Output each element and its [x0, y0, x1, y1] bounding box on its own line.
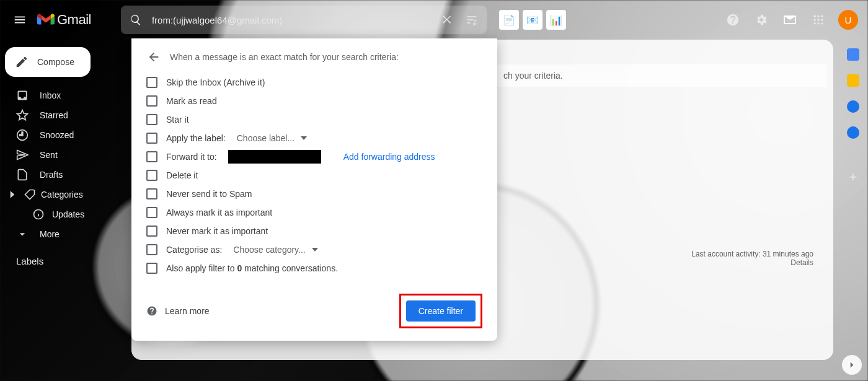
details-link[interactable]: Details [691, 258, 813, 267]
option-never-important[interactable]: Never mark it as important [146, 222, 482, 240]
sidebar-item-label: Starred [40, 110, 68, 120]
option-label: Never mark it as important [166, 226, 268, 236]
compose-label: Compose [37, 57, 74, 67]
checkbox[interactable] [146, 188, 157, 199]
chevron-right-icon [846, 359, 857, 370]
compose-button[interactable]: Compose [5, 47, 91, 77]
criteria-text-tail: ch your criteria. [503, 71, 563, 81]
option-label: Forward it to: [166, 152, 217, 162]
sidebar-item-label: Sent [40, 150, 58, 160]
header-right: U [720, 7, 858, 32]
option-always-important[interactable]: Always mark it as important [146, 203, 482, 222]
sidebar-item-categories[interactable]: Categories [0, 185, 151, 204]
option-skip-inbox[interactable]: Skip the Inbox (Archive it) [146, 73, 482, 92]
activity-text: Last account activity: 31 minutes ago [691, 250, 813, 258]
search-button[interactable] [125, 9, 147, 31]
contacts-addon-icon[interactable] [847, 126, 859, 139]
option-forward-to[interactable]: Forward it to: Add forwarding address [146, 147, 482, 166]
hide-side-panel-button[interactable] [842, 355, 862, 375]
pencil-icon [15, 55, 29, 69]
checkbox[interactable] [146, 244, 157, 255]
search-bar[interactable]: from:(ujjwalgoel64@gmail.com) [121, 6, 487, 34]
label-select[interactable]: Choose label... [237, 133, 307, 143]
sidebar-item-snoozed[interactable]: Snoozed [0, 125, 151, 145]
create-filter-button[interactable]: Create filter [406, 300, 476, 322]
forward-address-redacted [228, 150, 321, 164]
option-also-apply[interactable]: Also apply filter to 0 matching conversa… [146, 259, 482, 278]
option-apply-label[interactable]: Apply the label: Choose label... [146, 129, 482, 147]
add-forwarding-link[interactable]: Add forwarding address [343, 152, 435, 162]
option-mark-read[interactable]: Mark as read [146, 92, 482, 110]
mail-icon [782, 12, 797, 27]
sidebar-item-more[interactable]: More [0, 224, 151, 244]
sidebar-item-inbox[interactable]: Inbox [0, 85, 151, 105]
info-icon [32, 208, 45, 221]
dialog-title: When a message is an exact match for you… [170, 52, 399, 62]
search-options-button[interactable] [461, 9, 483, 31]
extension-1[interactable]: 📄 [499, 10, 519, 30]
checkbox[interactable] [146, 170, 157, 181]
app-header: Gmail from:(ujjwalgoel64@gmail.com) 📄 📧 … [0, 0, 868, 40]
svg-point-7 [817, 22, 819, 24]
gear-icon [755, 13, 768, 27]
sidebar-item-label: Drafts [40, 170, 63, 180]
close-icon [441, 14, 453, 26]
clear-search-button[interactable] [436, 9, 458, 31]
checkbox[interactable] [146, 151, 157, 162]
extension-2[interactable]: 📧 [523, 10, 542, 30]
main-menu-button[interactable] [7, 7, 32, 32]
apps-button[interactable] [806, 7, 831, 32]
sidebar-item-starred[interactable]: Starred [0, 105, 151, 125]
mail-status-button[interactable] [777, 7, 802, 32]
learn-more-label: Learn more [165, 306, 210, 316]
checkbox[interactable] [146, 207, 157, 218]
sidebar-item-label: Inbox [40, 90, 61, 100]
checkbox[interactable] [146, 77, 157, 88]
support-button[interactable] [720, 7, 745, 32]
checkbox[interactable] [146, 226, 157, 237]
gmail-m-icon [37, 13, 55, 27]
apps-grid-icon [812, 14, 825, 26]
settings-button[interactable] [749, 7, 774, 32]
help-icon [146, 305, 157, 317]
create-filter-dialog: When a message is an exact match for you… [131, 38, 497, 341]
back-button[interactable] [146, 50, 161, 64]
checkbox[interactable] [146, 263, 157, 274]
svg-point-3 [814, 19, 816, 20]
inbox-icon [16, 89, 29, 102]
search-query[interactable]: from:(ujjwalgoel64@gmail.com) [149, 15, 433, 25]
keep-addon-icon[interactable] [847, 74, 859, 87]
option-label: Also apply filter to 0 matching conversa… [166, 263, 338, 273]
side-panel: + [838, 40, 868, 381]
sidebar-item-label: Updates [52, 209, 84, 219]
search-icon [130, 14, 142, 26]
option-label: Apply the label: [166, 133, 226, 143]
sidebar-item-updates[interactable]: Updates [0, 204, 151, 224]
tag-icon [24, 188, 36, 201]
clock-icon [16, 129, 29, 141]
account-avatar[interactable]: U [838, 10, 858, 30]
sidebar-item-drafts[interactable]: Drafts [0, 165, 151, 185]
product-name: Gmail [57, 12, 91, 28]
file-icon [16, 169, 29, 181]
option-star-it[interactable]: Star it [146, 110, 482, 129]
caret-down-icon [312, 247, 318, 253]
get-addons-button[interactable]: + [841, 165, 866, 190]
tune-icon [466, 14, 478, 26]
option-never-spam[interactable]: Never send it to Spam [146, 185, 482, 203]
tasks-addon-icon[interactable] [847, 100, 859, 113]
extension-3[interactable]: 📊 [546, 10, 566, 30]
sidebar-item-sent[interactable]: Sent [0, 145, 151, 165]
option-delete-it[interactable]: Delete it [146, 166, 482, 185]
learn-more-link[interactable]: Learn more [146, 305, 210, 317]
option-label: Never send it to Spam [166, 189, 252, 199]
calendar-addon-icon[interactable] [847, 48, 859, 61]
caret-down-icon [301, 135, 307, 141]
checkbox[interactable] [146, 114, 157, 125]
option-label: Always mark it as important [166, 208, 272, 217]
checkbox[interactable] [146, 133, 157, 144]
option-categorise[interactable]: Categorise as: Choose category... [146, 240, 482, 259]
checkbox[interactable] [146, 95, 157, 107]
category-select[interactable]: Choose category... [233, 245, 317, 255]
gmail-logo[interactable]: Gmail [37, 12, 91, 28]
